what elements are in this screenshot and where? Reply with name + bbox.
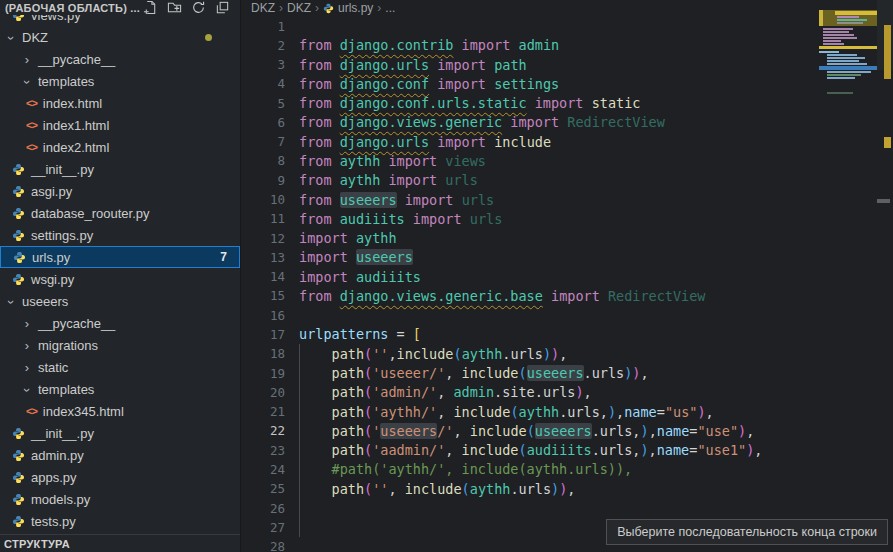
tree-item-__pycache__[interactable]: ›__pycache__ [0,312,240,334]
tree-item-apps.py[interactable]: apps.py [0,466,240,488]
code-line-28[interactable]: 28 [241,537,299,552]
tree-item-asgi.py[interactable]: asgi.py [0,180,240,202]
python-icon [12,427,25,440]
code-line-27[interactable]: 27 [241,517,299,537]
modified-dot [205,34,212,41]
workspace-title: (РАБОЧАЯ ОБЛАСТЬ) ... [0,2,140,14]
code-line-12[interactable]: 12import aythh [241,228,397,248]
collapse-all-icon[interactable] [215,0,230,15]
folder-chevron-icon: › [4,297,19,307]
code-line-3[interactable]: 3from django.urls import path [241,55,527,75]
tree-item-templates[interactable]: ›templates [0,378,240,400]
tree-item-index345.html[interactable]: <>index345.html [0,400,240,422]
tree-item-useeers[interactable]: ›useeers [0,290,240,312]
item-label: admin.py [31,448,84,463]
html-icon: <> [26,405,37,417]
line-number: 12 [241,231,285,246]
line-text: from django.conf.urls.static import stat… [285,95,640,111]
item-label: asgi.py [31,184,72,199]
minimap[interactable] [819,8,878,218]
tree-item-__init__.py[interactable]: __init__.py [0,422,240,444]
line-number: 8 [241,153,285,168]
python-icon [12,449,25,462]
tree-item-templates[interactable]: ›templates [0,70,240,92]
tree-item-__pycache__[interactable]: ›__pycache__ [0,48,240,70]
tree-item-DKZ[interactable]: ›DKZ [0,26,240,48]
python-icon [13,251,26,264]
code-line-6[interactable]: 6from django.views.generic import Redire… [241,112,665,132]
code-line-25[interactable]: 25 path('', include(aythh.urls)), [241,479,575,499]
item-label: static [38,360,68,375]
code-line-26[interactable]: 26 [241,498,299,518]
ruler-mark [884,137,891,148]
code-line-5[interactable]: 5from django.conf.urls.static import sta… [241,93,640,113]
tree-item-static[interactable]: ›static [0,356,240,378]
minimap-bar [819,46,877,49]
minimap-bar [827,63,867,65]
line-number: 21 [241,404,285,419]
bracket-guide [299,344,300,537]
tree-item-models.py[interactable]: models.py [0,488,240,510]
tree-item-__init__.py[interactable]: __init__.py [0,158,240,180]
minimap-bar [827,71,871,73]
tree-item-index1.html[interactable]: <>index1.html [0,114,240,136]
tree-item-migrations[interactable]: ›migrations [0,334,240,356]
minimap-bar [827,57,865,59]
folder-chevron-icon: › [22,360,32,375]
minimap-bar [823,34,854,36]
tree-item-settings.py[interactable]: settings.py [0,224,240,246]
code-line-1[interactable]: 1 [241,16,299,36]
code-line-11[interactable]: 11from audiiits import urls [241,209,502,229]
folder-chevron-icon: › [20,385,35,395]
item-label: index2.html [43,140,109,155]
structure-label: СТРУКТУРА [0,538,70,550]
python-icon [12,207,25,220]
code-line-15[interactable]: 15from django.views.generic.base import … [241,286,705,306]
code-line-8[interactable]: 8from aythh import views [241,151,486,171]
new-file-icon[interactable] [143,0,158,15]
line-number: 25 [241,481,285,496]
code-line-20[interactable]: 20 path('admin/', admin.site.urls), [241,382,592,402]
vscode-window: views.py›DKZ›__pycache__›templates<>inde… [0,0,893,552]
code-line-23[interactable]: 23 path('aadmin/', include(audiiits.urls… [241,440,762,460]
python-icon [12,493,25,506]
code-area[interactable]: 12from django.contrib import admin3from … [241,0,893,552]
item-label: database_roouter.py [31,206,150,221]
new-folder-icon[interactable] [167,0,182,15]
code-line-13[interactable]: 13import useeers [241,247,413,267]
code-line-21[interactable]: 21 path('aythh/', include(aythh.urls,),n… [241,402,714,422]
code-line-7[interactable]: 7from django.urls import include [241,132,551,152]
code-line-22[interactable]: 22 path('useeers/', include(useeers.urls… [241,421,754,441]
code-line-10[interactable]: 10from useeers import urls [241,190,494,210]
code-line-19[interactable]: 19 path('useeer/', include(useeers.urls)… [241,363,649,383]
structure-panel-header[interactable]: СТРУКТУРА [0,534,240,552]
code-line-17[interactable]: 17urlpatterns = [ [241,324,421,344]
tree-item-wsgi.py[interactable]: wsgi.py [0,268,240,290]
code-line-16[interactable]: 16 [241,305,299,325]
explorer-sidebar: views.py›DKZ›__pycache__›templates<>inde… [0,0,240,552]
explorer-header: (РАБОЧАЯ ОБЛАСТЬ) ... [0,0,240,15]
line-number: 2 [241,38,285,53]
item-label: __init__.py [31,426,94,441]
code-line-14[interactable]: 14import audiiits [241,267,421,287]
tree-item-index2.html[interactable]: <>index2.html [0,136,240,158]
refresh-icon[interactable] [191,0,206,15]
line-text: from aythh import views [285,153,486,169]
code-line-18[interactable]: 18 path('',include(aythh.urls)), [241,344,567,364]
folder-chevron-icon: › [22,52,32,67]
tree-item-index.html[interactable]: <>index.html [0,92,240,114]
line-number: 18 [241,346,285,361]
minimap-bar [819,66,877,70]
python-icon [12,273,25,286]
tree-item-urls.py[interactable]: urls.py7 [0,246,240,268]
tree-item-database_roouter.py[interactable]: database_roouter.py [0,202,240,224]
code-line-2[interactable]: 2from django.contrib import admin [241,35,559,55]
code-line-9[interactable]: 9from aythh import urls [241,170,478,190]
line-text: urlpatterns = [ [285,326,421,342]
line-number: 22 [241,423,285,438]
tree-item-admin.py[interactable]: admin.py [0,444,240,466]
code-line-4[interactable]: 4from django.conf import settings [241,74,559,94]
minimap-bar [827,77,855,79]
line-number: 26 [241,501,285,516]
tree-item-tests.py[interactable]: tests.py [0,510,240,532]
